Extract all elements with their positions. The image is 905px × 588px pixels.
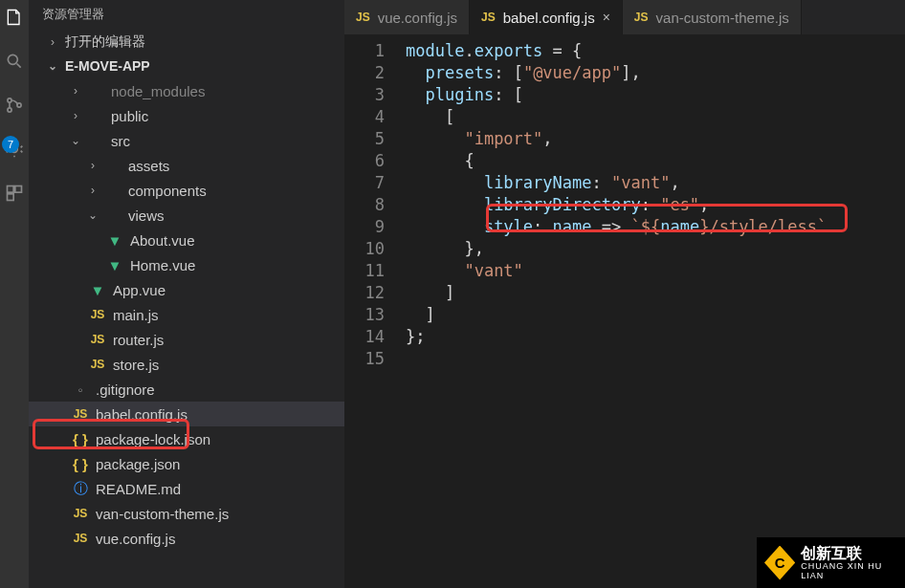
js-icon: JS bbox=[71, 407, 90, 421]
code-line-10: 10 }, bbox=[344, 238, 905, 260]
line-number: 10 bbox=[344, 238, 406, 260]
open-editors-section[interactable]: ›打开的编辑器 bbox=[29, 31, 344, 55]
line-number: 12 bbox=[344, 282, 406, 304]
chevron-icon: › bbox=[88, 184, 98, 197]
tree-item-router-js[interactable]: JSrouter.js bbox=[29, 327, 344, 352]
js-icon: JS bbox=[481, 11, 496, 24]
tab-label: vue.config.js bbox=[378, 10, 457, 26]
svg-line-11 bbox=[21, 151, 23, 153]
code-text: [ bbox=[406, 106, 454, 128]
scm-icon[interactable] bbox=[3, 94, 26, 117]
code-text: libraryDirectory: "es", bbox=[406, 194, 709, 216]
vue-icon: ▼ bbox=[105, 232, 124, 249]
logo-mark-icon: C bbox=[764, 546, 795, 580]
svg-point-2 bbox=[8, 98, 11, 102]
tree-item-label: package-lock.json bbox=[96, 431, 210, 447]
tab-label: babel.config.js bbox=[503, 10, 595, 26]
code-line-8: 8 libraryDirectory: "es", bbox=[344, 194, 905, 216]
line-number: 1 bbox=[344, 40, 406, 62]
svg-rect-13 bbox=[15, 186, 22, 193]
code-text: { bbox=[406, 150, 475, 172]
tab-vue-config-js[interactable]: JSvue.config.js bbox=[344, 0, 470, 34]
tree-item-public[interactable]: ›public bbox=[29, 103, 344, 128]
js-icon: JS bbox=[88, 333, 107, 346]
line-number: 2 bbox=[344, 62, 406, 84]
tree-item-label: van-custom-theme.js bbox=[96, 506, 229, 522]
tab-van-custom-theme-js[interactable]: JSvan-custom-theme.js bbox=[623, 0, 802, 34]
activity-bar bbox=[0, 0, 29, 588]
svg-line-9 bbox=[21, 146, 23, 148]
line-number: 4 bbox=[344, 106, 406, 128]
logo-brand: 创新互联 bbox=[801, 546, 897, 561]
tree-item-label: README.md bbox=[96, 481, 181, 497]
files-icon[interactable] bbox=[3, 6, 26, 29]
tree-item-components[interactable]: ›components bbox=[29, 178, 344, 203]
js-icon: JS bbox=[88, 358, 107, 371]
json-icon: { } bbox=[71, 456, 90, 472]
line-number: 11 bbox=[344, 260, 406, 282]
tree-item-store-js[interactable]: JSstore.js bbox=[29, 352, 344, 377]
tree-item-package-json[interactable]: { }package.json bbox=[29, 451, 344, 476]
chevron-icon: › bbox=[71, 84, 80, 98]
chevron-icon: ⌄ bbox=[71, 134, 80, 147]
tab-babel-config-js[interactable]: JSbabel.config.js× bbox=[470, 0, 623, 34]
code-line-13: 13 ] bbox=[344, 304, 905, 326]
tree-item-label: Home.vue bbox=[130, 257, 195, 273]
tree-item-label: router.js bbox=[113, 332, 164, 348]
tree-item--gitignore[interactable]: ◦.gitignore bbox=[29, 377, 344, 402]
code-line-3: 3 plugins: [ bbox=[344, 84, 905, 106]
line-number: 5 bbox=[344, 128, 406, 150]
js-icon: JS bbox=[634, 11, 649, 24]
line-number: 13 bbox=[344, 304, 406, 326]
tab-label: van-custom-theme.js bbox=[656, 10, 789, 26]
chevron-icon: › bbox=[71, 109, 80, 122]
search-icon[interactable] bbox=[3, 50, 26, 73]
js-icon: JS bbox=[88, 308, 107, 321]
scm-badge: 7 bbox=[2, 136, 19, 153]
code-text: "import", bbox=[406, 128, 553, 150]
tree-item-label: .gitignore bbox=[96, 381, 155, 398]
code-text: }, bbox=[406, 238, 484, 260]
code-line-11: 11 "vant" bbox=[344, 260, 905, 282]
close-icon[interactable]: × bbox=[603, 10, 610, 25]
tree-item-views[interactable]: ⌄views bbox=[29, 203, 344, 228]
code-text: ] bbox=[406, 282, 454, 304]
code-editor[interactable]: 1module.exports = {2 presets: ["@vue/app… bbox=[344, 34, 905, 588]
tree-item-babel-config-js[interactable]: JSbabel.config.js bbox=[29, 402, 344, 426]
code-text: presets: ["@vue/app"], bbox=[406, 62, 641, 84]
tree-item-src[interactable]: ⌄src bbox=[29, 128, 344, 153]
tree-item-van-custom-theme-js[interactable]: JSvan-custom-theme.js bbox=[29, 501, 344, 526]
svg-point-3 bbox=[8, 108, 11, 112]
tree-item-assets[interactable]: ›assets bbox=[29, 153, 344, 178]
code-line-15: 15 bbox=[344, 348, 905, 370]
tree-item-label: babel.config.js bbox=[96, 406, 188, 423]
tree-item-package-lock-json[interactable]: { }package-lock.json bbox=[29, 426, 344, 451]
tree-item-label: package.json bbox=[96, 456, 180, 472]
tree-item-label: assets bbox=[128, 158, 169, 174]
tree-item-node-modules[interactable]: ›node_modules bbox=[29, 78, 344, 103]
code-line-6: 6 { bbox=[344, 150, 905, 172]
explorer-title: 资源管理器 bbox=[29, 0, 344, 31]
logo-sub: CHUANG XIN HU LIAN bbox=[801, 561, 897, 580]
tree-item-label: store.js bbox=[113, 357, 159, 373]
svg-point-0 bbox=[8, 54, 17, 64]
tree-item-home-vue[interactable]: ▼Home.vue bbox=[29, 252, 344, 277]
project-root[interactable]: ⌄E-MOVE-APP bbox=[29, 55, 344, 78]
line-number: 9 bbox=[344, 216, 406, 238]
svg-line-1 bbox=[17, 64, 21, 68]
tree-item-label: components bbox=[128, 183, 207, 199]
extensions-icon[interactable] bbox=[3, 182, 26, 205]
tree-item-vue-config-js[interactable]: JSvue.config.js bbox=[29, 526, 344, 551]
code-text: plugins: [ bbox=[406, 84, 523, 106]
tree-item-about-vue[interactable]: ▼About.vue bbox=[29, 228, 344, 252]
code-text: style: name => `${name}/style/less` bbox=[406, 216, 827, 238]
code-text: module.exports = { bbox=[406, 40, 582, 62]
open-editors-label: 打开的编辑器 bbox=[65, 33, 145, 51]
tree-item-app-vue[interactable]: ▼App.vue bbox=[29, 277, 344, 302]
tree-item-main-js[interactable]: JSmain.js bbox=[29, 302, 344, 327]
code-line-4: 4 [ bbox=[344, 106, 905, 128]
svg-rect-14 bbox=[8, 194, 14, 201]
code-line-14: 14}; bbox=[344, 326, 905, 348]
tree-item-readme-md[interactable]: ⓘREADME.md bbox=[29, 476, 344, 501]
code-line-2: 2 presets: ["@vue/app"], bbox=[344, 62, 905, 84]
